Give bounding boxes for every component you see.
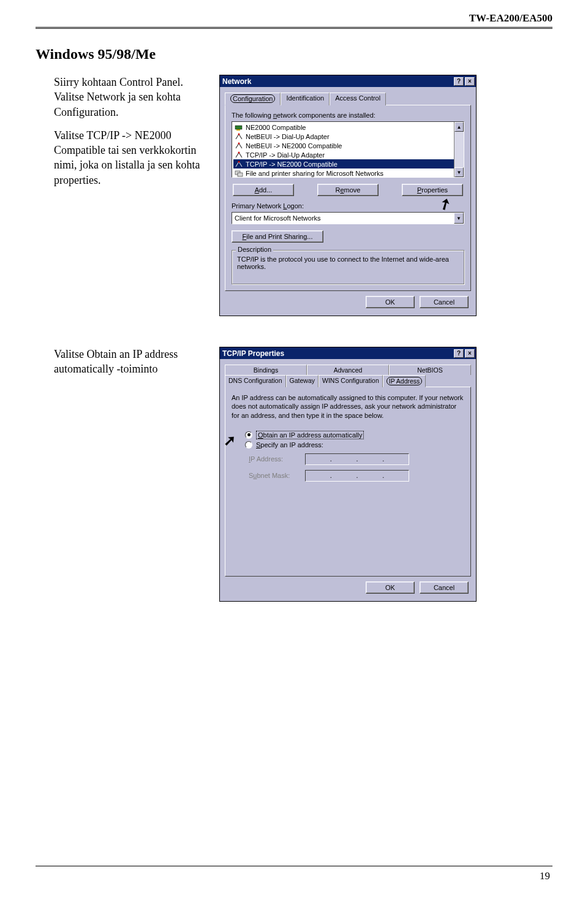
tcpip-dialog: TCP/IP Properties ? × Bindings Advanced …	[219, 347, 477, 602]
tab-access-control[interactable]: Access Control	[330, 93, 386, 105]
tcpip-title: TCP/IP Properties	[222, 349, 284, 358]
radio-dot-selected-icon	[245, 431, 252, 439]
svg-point-4	[238, 151, 240, 153]
list-item-selected[interactable]: TCP/IP -> NE2000 Compatible	[233, 159, 454, 168]
help-button[interactable]: ?	[454, 77, 464, 86]
svg-point-5	[238, 161, 240, 162]
footer-rule	[36, 866, 552, 866]
instruction-block-2: Valitse Obtain an IP address automatical…	[36, 347, 219, 385]
tab-configuration[interactable]: Configuration	[225, 93, 281, 105]
list-item[interactable]: NE2000 Compatible	[233, 123, 454, 132]
scrollbar[interactable]: ▲ ▼	[454, 122, 464, 177]
cancel-button[interactable]: Cancel	[420, 296, 469, 308]
service-icon	[234, 169, 244, 177]
components-label: The following network components are ins…	[232, 112, 464, 119]
ip-body-text: An IP address can be automatically assig…	[232, 393, 464, 420]
components-listbox[interactable]: NE2000 Compatible NetBEUI -> Dial-Up Ada…	[232, 121, 464, 178]
doc-header: TW-EA200/EA500	[36, 12, 552, 27]
tab-gateway[interactable]: Gateway	[286, 375, 318, 387]
instruction-block-1: Siirry kohtaan Control Panel. Valitse Ne…	[36, 75, 219, 196]
subnet-mask-input[interactable]: ...	[305, 470, 409, 482]
help-button[interactable]: ?	[454, 349, 464, 358]
dropdown-arrow-icon[interactable]: ▼	[454, 213, 464, 224]
tab-config-label: Configuration	[230, 94, 275, 103]
tab-wins[interactable]: WINS Configuration	[318, 375, 383, 387]
instruction-p3: Valitse Obtain an IP address automatical…	[54, 347, 213, 377]
network-title: Network	[222, 77, 251, 86]
ok-button[interactable]: OK	[366, 296, 415, 308]
tab-advanced[interactable]: Advanced	[307, 365, 389, 375]
add-button[interactable]: Add...	[233, 184, 294, 196]
subnet-mask-label: Subnet Mask:	[249, 472, 305, 479]
protocol-icon	[234, 151, 244, 159]
network-dialog: Network ? × Configuration Identification…	[219, 75, 477, 316]
radio-specify[interactable]: Specify an IP address:	[245, 441, 464, 449]
ip-address-input[interactable]: ...	[305, 453, 409, 465]
scroll-up-button[interactable]: ▲	[454, 122, 464, 132]
radio-obtain-label: Obtain an IP address automatically	[256, 431, 364, 439]
scroll-track[interactable]	[454, 132, 464, 167]
svg-rect-7	[238, 173, 243, 176]
radio-dot-icon	[245, 441, 252, 449]
close-button[interactable]: ×	[465, 77, 475, 86]
protocol-icon	[234, 142, 244, 150]
tab-dns[interactable]: DNS Configuration	[225, 375, 286, 387]
logon-value: Client for Microsoft Networks	[232, 214, 454, 222]
protocol-icon	[234, 160, 244, 168]
ip-address-field: IP Address: ...	[249, 453, 464, 465]
annotation-arrow-icon: ➚	[224, 432, 236, 449]
svg-point-3	[238, 142, 240, 144]
network-titlebar[interactable]: Network ? ×	[220, 75, 476, 87]
section-title: Windows 95/98/Me	[36, 46, 552, 62]
tab-ip-address[interactable]: IP Address	[383, 375, 426, 387]
ok-button[interactable]: OK	[366, 581, 415, 594]
protocol-icon	[234, 132, 244, 140]
radio-specify-label: Specify an IP address:	[256, 441, 323, 449]
logon-dropdown[interactable]: Client for Microsoft Networks ▼	[232, 212, 464, 224]
tab-netbios[interactable]: NetBIOS	[389, 365, 471, 375]
description-groupbox: Description TCP/IP is the protocol you u…	[232, 250, 464, 284]
radio-obtain-auto[interactable]: Obtain an IP address automatically	[245, 431, 464, 439]
scroll-down-button[interactable]: ▼	[454, 167, 464, 177]
tab-bindings[interactable]: Bindings	[225, 365, 307, 375]
tcpip-titlebar[interactable]: TCP/IP Properties ? ×	[220, 347, 476, 359]
svg-rect-0	[235, 126, 242, 129]
remove-button[interactable]: Remove	[317, 184, 379, 196]
header-rule	[36, 27, 552, 29]
list-item[interactable]: File and printer sharing for Microsoft N…	[233, 168, 454, 178]
instruction-p2: Valitse TCP/IP -> NE2000 Compatible tai …	[54, 128, 213, 187]
list-item[interactable]: NetBEUI -> Dial-Up Adapter	[233, 132, 454, 141]
description-legend: Description	[236, 246, 273, 253]
svg-point-2	[238, 133, 240, 135]
ip-address-label: IP Address:	[249, 455, 305, 463]
cancel-button[interactable]: Cancel	[420, 581, 469, 594]
subnet-mask-field: Subnet Mask: ...	[249, 470, 464, 482]
tab-identification[interactable]: Identification	[281, 93, 330, 105]
adapter-icon	[234, 123, 244, 131]
list-item[interactable]: NetBEUI -> NE2000 Compatible	[233, 141, 454, 150]
file-print-sharing-button[interactable]: File and Print Sharing...	[232, 230, 323, 243]
logon-label: Primary Network Logon:	[232, 202, 464, 210]
close-button[interactable]: ×	[465, 349, 475, 358]
tab-ip-label: IP Address	[386, 377, 423, 385]
svg-rect-1	[236, 129, 240, 131]
list-item[interactable]: TCP/IP -> Dial-Up Adapter	[233, 150, 454, 159]
page-number: 19	[540, 870, 550, 882]
properties-button[interactable]: Properties	[402, 184, 463, 196]
description-text: TCP/IP is the protocol you use to connec…	[237, 255, 459, 270]
instruction-p1: Siirry kohtaan Control Panel. Valitse Ne…	[54, 75, 213, 119]
